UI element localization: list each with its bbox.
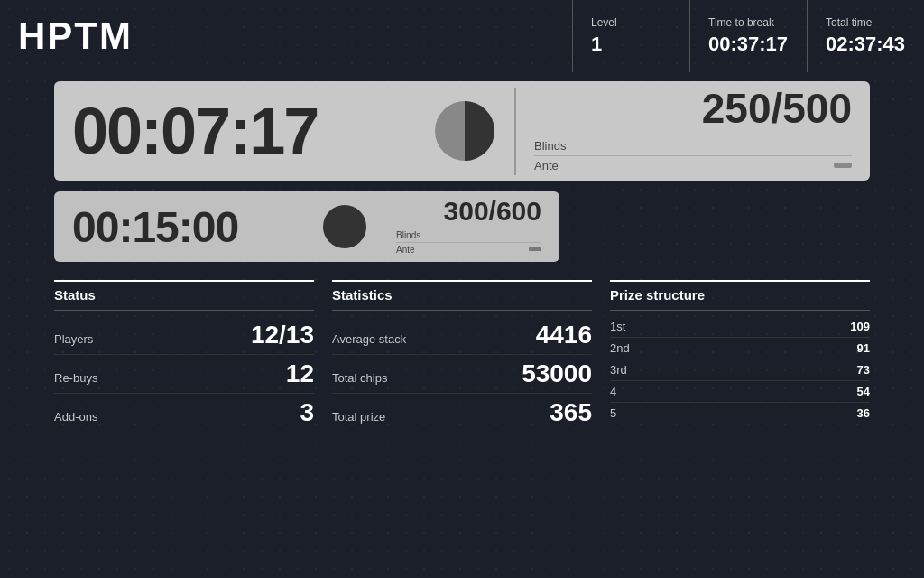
- status-row-addons: Add-ons 3: [54, 394, 314, 432]
- prize-row-3: 3rd 73: [610, 359, 870, 381]
- prize-value-1: 109: [850, 320, 870, 333]
- total-time-box: Total time 02:37:43: [807, 0, 924, 72]
- timers-section: 00:07:17 250/500 Blinds Ante 00:15:00 30…: [0, 72, 924, 271]
- secondary-ante-label: Ante: [396, 245, 415, 255]
- statistics-panel-title: Statistics: [332, 282, 592, 311]
- prize-value-4: 54: [857, 385, 870, 398]
- players-label: Players: [54, 332, 93, 346]
- primary-blinds-label: Blinds: [534, 139, 566, 153]
- stats-row-prize: Total prize 365: [332, 394, 592, 432]
- stats-section: Status Players 12/13 Re-buys 12 Add-ons …: [0, 271, 924, 432]
- prize-value-2: 91: [857, 341, 870, 355]
- header: HPTM Level 1 Time to break 00:37:17 Tota…: [0, 0, 924, 72]
- prize-value-3: 73: [857, 363, 870, 377]
- stats-row-chips: Total chips 53000: [332, 355, 592, 394]
- time-to-break-box: Time to break 00:37:17: [689, 0, 807, 72]
- total-prize-value: 365: [550, 398, 592, 427]
- status-panel: Status Players 12/13 Re-buys 12 Add-ons …: [54, 280, 314, 432]
- statistics-panel: Statistics Average stack 4416 Total chip…: [332, 280, 592, 432]
- primary-timer-card: 00:07:17 250/500 Blinds Ante: [54, 81, 870, 181]
- secondary-ante-row: Ante: [396, 243, 541, 256]
- primary-ante-row: Ante: [534, 156, 852, 175]
- level-value: 1: [591, 33, 671, 56]
- prize-row-5: 5 36: [610, 403, 870, 424]
- stats-row-avg: Average stack 4416: [332, 316, 592, 355]
- primary-pie-chart: [433, 99, 496, 163]
- primary-ante-value: [834, 163, 852, 168]
- prize-structure-title: Prize structure: [610, 282, 870, 311]
- secondary-blinds-row: Blinds: [396, 228, 541, 243]
- primary-timer-display: 00:07:17: [72, 94, 415, 168]
- rebuys-label: Re-buys: [54, 371, 97, 385]
- prize-row-1: 1st 109: [610, 316, 870, 338]
- primary-blinds-value: 250/500: [534, 88, 852, 129]
- secondary-blinds-info: 300/600 Blinds Ante: [383, 198, 541, 256]
- secondary-timer-card: 00:15:00 300/600 Blinds Ante: [54, 191, 559, 262]
- app-logo: HPTM: [18, 0, 572, 72]
- time-to-break-value: 00:37:17: [708, 33, 789, 56]
- level-box: Level 1: [572, 0, 689, 72]
- svg-point-1: [323, 205, 366, 248]
- players-value: 12/13: [251, 321, 314, 350]
- rebuys-value: 12: [286, 359, 314, 388]
- prize-row-2: 2nd 91: [610, 338, 870, 359]
- secondary-timer-display: 00:15:00: [72, 202, 307, 252]
- total-prize-label: Total prize: [332, 410, 385, 424]
- primary-blinds-row: Blinds: [534, 136, 852, 156]
- addons-value: 3: [300, 398, 314, 427]
- total-time-value: 02:37:43: [826, 33, 906, 56]
- prize-structure-panel: Prize structure 1st 109 2nd 91 3rd 73 4 …: [610, 280, 870, 432]
- header-info: Level 1 Time to break 00:37:17 Total tim…: [572, 0, 924, 72]
- time-to-break-label: Time to break: [708, 16, 789, 29]
- prize-place-1: 1st: [610, 320, 625, 333]
- secondary-ante-value: [529, 247, 541, 251]
- prize-place-3: 3rd: [610, 363, 627, 377]
- total-chips-value: 53000: [522, 359, 592, 388]
- total-time-label: Total time: [826, 16, 906, 29]
- primary-blinds-info: 250/500 Blinds Ante: [514, 88, 852, 175]
- primary-ante-label: Ante: [534, 159, 559, 172]
- prize-value-5: 36: [857, 406, 870, 420]
- status-row-rebuys: Re-buys 12: [54, 355, 314, 394]
- level-label: Level: [591, 16, 671, 29]
- secondary-pie-chart: [321, 203, 368, 250]
- prize-row-4: 4 54: [610, 381, 870, 403]
- status-panel-title: Status: [54, 282, 314, 311]
- prize-place-2: 2nd: [610, 341, 630, 355]
- status-row-players: Players 12/13: [54, 316, 314, 355]
- addons-label: Add-ons: [54, 410, 97, 424]
- secondary-blinds-value: 300/600: [396, 198, 541, 225]
- total-chips-label: Total chips: [332, 371, 387, 385]
- prize-place-5: 5: [610, 406, 616, 420]
- avg-stack-label: Average stack: [332, 332, 406, 346]
- prize-place-4: 4: [610, 385, 616, 398]
- avg-stack-value: 4416: [536, 321, 592, 350]
- secondary-blinds-label: Blinds: [396, 230, 420, 240]
